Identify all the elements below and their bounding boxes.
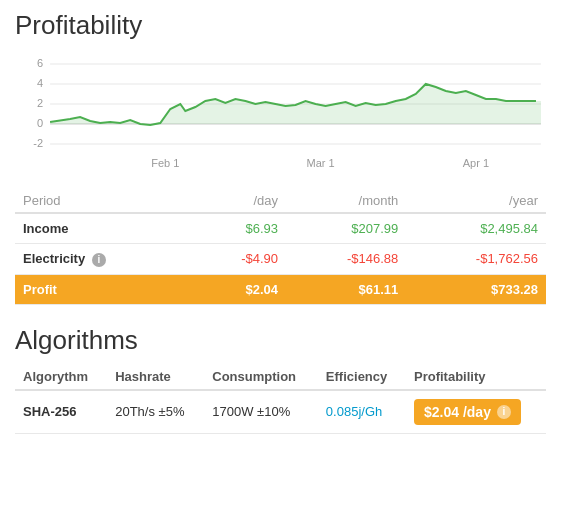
algorithms-section: Algorithms Algorythm Hashrate Consumptio… (15, 325, 546, 434)
income-year: $2,495.84 (406, 213, 546, 244)
col-day: /day (192, 189, 286, 213)
algo-col-consumption: Consumption (204, 364, 318, 390)
income-label: Income (15, 213, 192, 244)
electricity-day: -$4.90 (192, 244, 286, 275)
algo-col-profitability: Profitability (406, 364, 546, 390)
electricity-year: -$1,762.56 (406, 244, 546, 275)
algo-col-efficiency: Efficiency (318, 364, 406, 390)
profitability-value: $2.04 /day (424, 404, 491, 420)
svg-text:6: 6 (37, 57, 43, 69)
profitability-table: Period /day /month /year Income $6.93 $2… (15, 189, 546, 305)
profitability-badge-info-icon[interactable]: i (497, 405, 511, 419)
algo-col-hashrate: Hashrate (107, 364, 204, 390)
income-row: Income $6.93 $207.99 $2,495.84 (15, 213, 546, 244)
algo-hashrate: 20Th/s ±5% (107, 390, 204, 434)
algo-name: SHA-256 (15, 390, 107, 434)
algo-profitability: $2.04 /day i (406, 390, 546, 434)
profitability-chart: 6 4 2 0 -2 Feb 1 Mar 1 Apr 1 (15, 49, 546, 179)
profit-year: $733.28 (406, 274, 546, 304)
income-month: $207.99 (286, 213, 406, 244)
algo-row: SHA-256 20Th/s ±5% 1700W ±10% 0.085j/Gh … (15, 390, 546, 434)
electricity-row: Electricity i -$4.90 -$146.88 -$1,762.56 (15, 244, 546, 275)
svg-text:Mar 1: Mar 1 (306, 157, 334, 169)
electricity-month: -$146.88 (286, 244, 406, 275)
svg-text:2: 2 (37, 97, 43, 109)
electricity-info-icon[interactable]: i (92, 253, 106, 267)
svg-text:-2: -2 (33, 137, 43, 149)
col-year: /year (406, 189, 546, 213)
svg-text:Apr 1: Apr 1 (463, 157, 489, 169)
profit-label: Profit (15, 274, 192, 304)
algorithms-table: Algorythm Hashrate Consumption Efficienc… (15, 364, 546, 434)
profitability-title: Profitability (15, 10, 546, 41)
svg-text:Feb 1: Feb 1 (151, 157, 179, 169)
algorithms-title: Algorithms (15, 325, 546, 356)
algo-col-algorithm: Algorythm (15, 364, 107, 390)
income-day: $6.93 (192, 213, 286, 244)
profit-day: $2.04 (192, 274, 286, 304)
col-period: Period (15, 189, 192, 213)
svg-text:0: 0 (37, 117, 43, 129)
profit-month: $61.11 (286, 274, 406, 304)
profitability-badge[interactable]: $2.04 /day i (414, 399, 521, 425)
svg-text:4: 4 (37, 77, 43, 89)
algo-consumption: 1700W ±10% (204, 390, 318, 434)
profit-row: Profit $2.04 $61.11 $733.28 (15, 274, 546, 304)
col-month: /month (286, 189, 406, 213)
electricity-label: Electricity i (15, 244, 192, 275)
algo-efficiency: 0.085j/Gh (318, 390, 406, 434)
